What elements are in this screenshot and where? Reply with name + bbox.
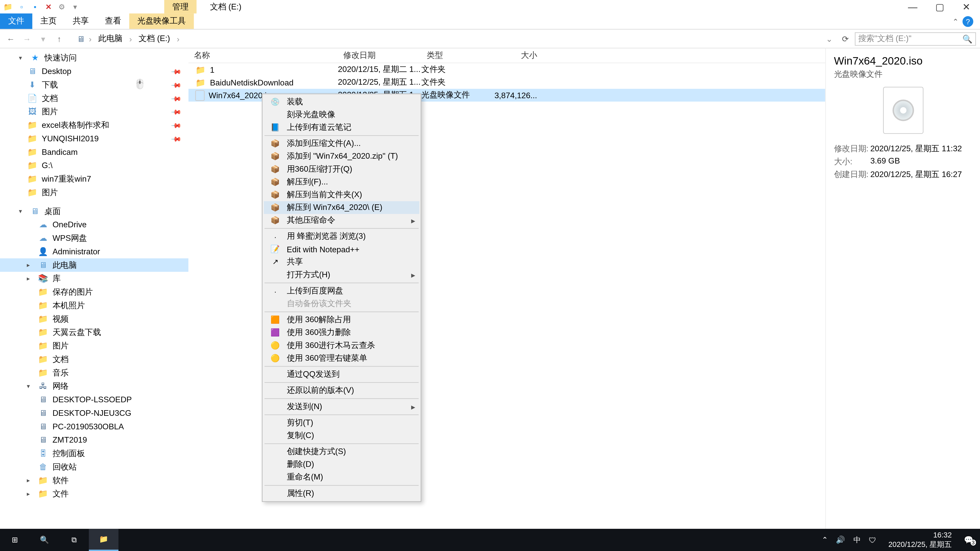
nav-item[interactable]: 🖼图片📌 [0,105,188,118]
nav-back-icon[interactable]: ← [4,34,18,43]
nav-item[interactable]: ☁OneDrive [0,218,188,232]
volume-icon[interactable]: 🔊 [836,535,845,544]
menu-item[interactable]: ·上传到百度网盘 [264,285,419,297]
nav-item[interactable]: 📁G:\ [0,159,188,172]
search-button[interactable]: 🔍 [30,529,59,551]
nav-item[interactable]: 📁保存的图片 [0,285,188,299]
menu-item[interactable]: 📦用360压缩打开(Q) [264,163,419,176]
nav-item[interactable]: ▸📁文件 [0,487,188,500]
nav-item[interactable]: ☁WPS网盘 [0,231,188,245]
nav-item[interactable]: 🖥PC-20190530OBLA [0,420,188,433]
menu-item[interactable]: 📘上传到有道云笔记 [264,121,419,134]
nav-recent-icon[interactable]: ▾ [36,34,50,43]
explorer-taskbar-icon[interactable]: 📁 [89,529,118,551]
menu-item[interactable]: 发送到(N)▸ [264,400,419,413]
file-row[interactable]: 📁BaiduNetdiskDownload2020/12/25, 星期五 1..… [188,76,825,89]
menu-item[interactable]: ↗共享 [264,256,419,268]
ribbon-collapse-icon[interactable]: ⌃ [953,17,959,26]
chevron-right-icon[interactable]: › [88,34,93,43]
tab-disc-image-tools[interactable]: 光盘映像工具 [129,14,194,29]
menu-item[interactable]: 复制(C) [264,429,419,442]
menu-item[interactable]: 📦其他压缩命令▸ [264,214,419,227]
nav-forward-icon[interactable]: → [20,34,34,43]
start-button[interactable]: ⊞ [0,529,30,551]
nav-item[interactable]: 📁Bandicam [0,145,188,159]
col-date[interactable]: 修改日期 [338,50,422,61]
nav-item[interactable]: ▸📁软件 [0,474,188,487]
nav-up-icon[interactable]: ↑ [52,34,66,43]
col-size[interactable]: 大小 [489,50,542,61]
search-input[interactable]: 搜索"文档 (E:)" 🔍 [855,32,976,45]
nav-item[interactable]: 🎛控制面板 [0,447,188,460]
maximize-button[interactable]: ▢ [926,0,953,14]
breadcrumb-root[interactable]: 此电脑 [96,33,125,44]
tab-share[interactable]: 共享 [65,14,97,29]
col-type[interactable]: 类型 [422,50,489,61]
nav-item[interactable]: 📄文档📌 [0,92,188,105]
menu-item[interactable]: 📦添加到压缩文件(A)... [264,137,419,150]
more-icon[interactable]: ⚙ [57,1,67,12]
task-view-button[interactable]: ⧉ [59,529,89,551]
save-icon[interactable]: ▫ [16,1,27,12]
address-dropdown-icon[interactable]: ⌄ [822,34,836,43]
delete-icon[interactable]: ✕ [43,1,54,12]
menu-item[interactable]: 创建快捷方式(S) [264,445,419,458]
nav-item[interactable]: 📁天翼云盘下载 [0,326,188,339]
menu-item[interactable]: 🟪使用 360强力删除 [264,326,419,339]
menu-item[interactable]: 📦解压到(F)... [264,176,419,188]
nav-quick-access[interactable]: ▾★快速访问 [0,51,188,65]
minimize-button[interactable]: — [899,0,926,14]
menu-item[interactable]: 还原以前的版本(V) [264,384,419,397]
nav-item[interactable]: 🖥DESKTOP-LSSOEDP [0,393,188,407]
menu-item[interactable]: 📝Edit with Notepad++ [264,243,419,256]
menu-item[interactable]: 📦解压到 Win7x64_2020\ (E) [264,201,419,214]
nav-item[interactable]: 🖥ZMT2019 [0,433,188,447]
nav-item[interactable]: 📁excel表格制作求和📌 [0,118,188,132]
menu-item[interactable]: 🟡使用 360进行木马云查杀 [264,339,419,352]
chevron-right-icon[interactable]: › [128,34,133,43]
tab-home[interactable]: 主页 [32,14,65,29]
file-row[interactable]: 📁12020/12/15, 星期二 1...文件夹 [188,63,825,76]
nav-item[interactable]: 📁图片 [0,186,188,199]
nav-item[interactable]: 📁YUNQISHI2019📌 [0,132,188,145]
nav-item[interactable]: 🗑回收站 [0,460,188,474]
tray-overflow-icon[interactable]: ⌃ [822,535,828,544]
menu-item[interactable]: ·用 蜂蜜浏览器 浏览(3) [264,230,419,243]
menu-item[interactable]: 📦添加到 "Win7x64_2020.zip" (T) [264,150,419,163]
menu-item[interactable]: 剪切(T) [264,416,419,429]
menu-item[interactable]: 刻录光盘映像 [264,108,419,121]
chevron-right-icon[interactable]: › [175,34,181,43]
nav-item[interactable]: 📁本机照片 [0,299,188,312]
ime-indicator[interactable]: 中 [853,535,861,545]
col-name[interactable]: 名称 [188,50,338,61]
dropdown-icon[interactable]: ▾ [70,1,81,12]
close-button[interactable]: ✕ [953,0,980,14]
menu-item[interactable]: 🟧使用 360解除占用 [264,313,419,326]
nav-item[interactable]: 📁音乐 [0,366,188,380]
tab-view[interactable]: 查看 [97,14,129,29]
notification-icon[interactable]: 💬3 [964,535,974,544]
menu-item[interactable]: 属性(R) [264,487,419,500]
breadcrumb-current[interactable]: 文档 (E:) [136,33,173,44]
help-icon[interactable]: ? [963,16,973,27]
nav-item[interactable]: ▸🖥此电脑 [0,259,188,272]
menu-item[interactable]: 📦解压到当前文件夹(X) [264,188,419,201]
nav-item[interactable]: ▸📚库 [0,272,188,286]
nav-item[interactable]: ⬇下载📌 [0,78,188,92]
nav-item[interactable]: 📁win7重装win7 [0,172,188,186]
refresh-icon[interactable]: ⟳ [838,34,852,43]
nav-item[interactable]: 📁文档 [0,353,188,366]
menu-item[interactable]: 删除(D) [264,458,419,471]
nav-item[interactable]: 📁图片 [0,339,188,353]
nav-desktop-root[interactable]: ▾🖥桌面 [0,205,188,218]
menu-item[interactable]: 🟡使用 360管理右键菜单 [264,352,419,365]
nav-item[interactable]: 🖥Desktop📌 [0,65,188,78]
nav-network[interactable]: ▾🖧网络 [0,380,188,393]
nav-item[interactable]: 📁视频 [0,312,188,326]
search-icon[interactable]: 🔍 [963,34,973,43]
menu-item[interactable]: 💿装载 [264,96,419,108]
nav-item[interactable]: 👤Administrator [0,245,188,259]
nav-item[interactable]: 🖥DESKTOP-NJEU3CG [0,407,188,420]
menu-item[interactable]: 打开方式(H)▸ [264,268,419,281]
tab-file[interactable]: 文件 [0,14,32,29]
